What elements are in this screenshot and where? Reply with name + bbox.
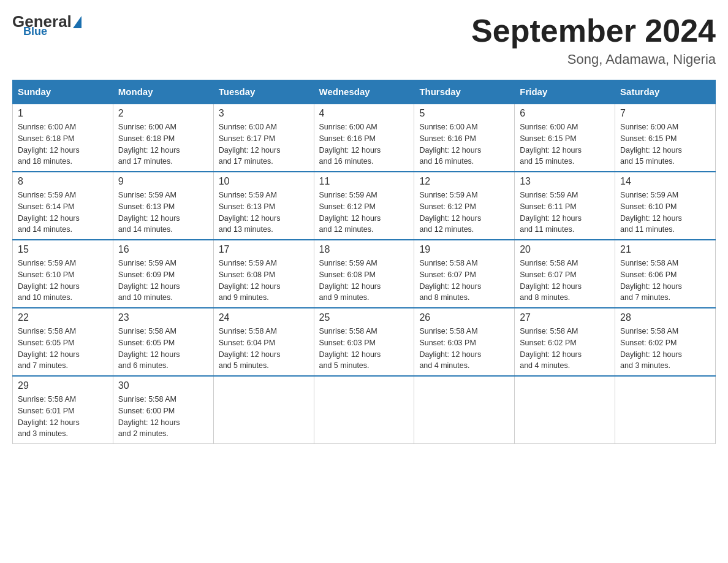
day-number: 5 <box>419 108 509 119</box>
day-number: 26 <box>419 312 509 323</box>
day-number: 16 <box>118 244 208 255</box>
calendar-cell: 16 Sunrise: 5:59 AM Sunset: 6:09 PM Dayl… <box>113 240 213 308</box>
day-info: Sunrise: 5:59 AM Sunset: 6:08 PM Dayligh… <box>219 258 309 304</box>
day-number: 21 <box>620 244 710 255</box>
week-row-2: 8 Sunrise: 5:59 AM Sunset: 6:14 PM Dayli… <box>13 172 716 240</box>
calendar-cell <box>314 376 414 444</box>
day-number: 27 <box>520 312 610 323</box>
day-info: Sunrise: 5:59 AM Sunset: 6:08 PM Dayligh… <box>319 258 409 304</box>
week-row-4: 22 Sunrise: 5:58 AM Sunset: 6:05 PM Dayl… <box>13 308 716 376</box>
calendar-cell <box>414 376 515 444</box>
day-info: Sunrise: 5:59 AM Sunset: 6:14 PM Dayligh… <box>18 190 108 236</box>
week-row-5: 29 Sunrise: 5:58 AM Sunset: 6:01 PM Dayl… <box>13 376 716 444</box>
title-block: September 2024 Song, Adamawa, Nigeria <box>471 12 716 67</box>
day-number: 3 <box>219 108 309 119</box>
day-number: 8 <box>18 176 108 187</box>
day-info: Sunrise: 5:58 AM Sunset: 6:04 PM Dayligh… <box>219 326 309 372</box>
page-header: General Blue September 2024 Song, Adamaw… <box>12 12 716 67</box>
day-number: 7 <box>620 108 710 119</box>
logo-triangle-icon <box>73 16 82 28</box>
day-number: 6 <box>520 108 610 119</box>
day-number: 22 <box>18 312 108 323</box>
day-info: Sunrise: 5:58 AM Sunset: 6:02 PM Dayligh… <box>520 326 610 372</box>
calendar-cell: 6 Sunrise: 6:00 AM Sunset: 6:15 PM Dayli… <box>515 104 615 172</box>
day-header-tuesday: Tuesday <box>213 80 314 104</box>
calendar-cell: 14 Sunrise: 5:59 AM Sunset: 6:10 PM Dayl… <box>615 172 716 240</box>
week-row-1: 1 Sunrise: 6:00 AM Sunset: 6:18 PM Dayli… <box>13 104 716 172</box>
calendar-cell: 27 Sunrise: 5:58 AM Sunset: 6:02 PM Dayl… <box>515 308 615 376</box>
day-number: 30 <box>118 380 208 391</box>
day-info: Sunrise: 5:59 AM Sunset: 6:12 PM Dayligh… <box>419 190 509 236</box>
day-number: 24 <box>219 312 309 323</box>
calendar-cell: 17 Sunrise: 5:59 AM Sunset: 6:08 PM Dayl… <box>213 240 314 308</box>
calendar-cell: 30 Sunrise: 5:58 AM Sunset: 6:00 PM Dayl… <box>113 376 213 444</box>
day-info: Sunrise: 5:59 AM Sunset: 6:11 PM Dayligh… <box>520 190 610 236</box>
calendar-cell: 7 Sunrise: 6:00 AM Sunset: 6:15 PM Dayli… <box>615 104 716 172</box>
location: Song, Adamawa, Nigeria <box>471 52 716 67</box>
day-header-wednesday: Wednesday <box>314 80 414 104</box>
day-header-monday: Monday <box>113 80 213 104</box>
calendar-cell: 12 Sunrise: 5:59 AM Sunset: 6:12 PM Dayl… <box>414 172 515 240</box>
calendar-cell: 13 Sunrise: 5:59 AM Sunset: 6:11 PM Dayl… <box>515 172 615 240</box>
day-info: Sunrise: 5:58 AM Sunset: 6:06 PM Dayligh… <box>620 258 710 304</box>
calendar-cell: 18 Sunrise: 5:59 AM Sunset: 6:08 PM Dayl… <box>314 240 414 308</box>
calendar-cell: 22 Sunrise: 5:58 AM Sunset: 6:05 PM Dayl… <box>13 308 113 376</box>
calendar-cell: 5 Sunrise: 6:00 AM Sunset: 6:16 PM Dayli… <box>414 104 515 172</box>
day-number: 20 <box>520 244 610 255</box>
day-header-friday: Friday <box>515 80 615 104</box>
calendar-cell: 20 Sunrise: 5:58 AM Sunset: 6:07 PM Dayl… <box>515 240 615 308</box>
day-number: 11 <box>319 176 409 187</box>
day-number: 9 <box>118 176 208 187</box>
day-info: Sunrise: 5:58 AM Sunset: 6:02 PM Dayligh… <box>620 326 710 372</box>
calendar-cell <box>615 376 716 444</box>
day-info: Sunrise: 5:59 AM Sunset: 6:13 PM Dayligh… <box>219 190 309 236</box>
day-number: 29 <box>18 380 108 391</box>
calendar-cell <box>213 376 314 444</box>
calendar-cell: 9 Sunrise: 5:59 AM Sunset: 6:13 PM Dayli… <box>113 172 213 240</box>
day-number: 17 <box>219 244 309 255</box>
day-info: Sunrise: 5:59 AM Sunset: 6:10 PM Dayligh… <box>620 190 710 236</box>
day-number: 15 <box>18 244 108 255</box>
day-header-thursday: Thursday <box>414 80 515 104</box>
logo-blue-text: Blue <box>23 25 47 38</box>
month-title: September 2024 <box>471 12 716 49</box>
day-info: Sunrise: 6:00 AM Sunset: 6:16 PM Dayligh… <box>319 121 409 167</box>
day-number: 1 <box>18 108 108 119</box>
day-info: Sunrise: 5:58 AM Sunset: 6:03 PM Dayligh… <box>419 326 509 372</box>
day-info: Sunrise: 5:58 AM Sunset: 6:03 PM Dayligh… <box>319 326 409 372</box>
day-info: Sunrise: 6:00 AM Sunset: 6:18 PM Dayligh… <box>18 121 108 167</box>
day-number: 13 <box>520 176 610 187</box>
calendar-cell: 21 Sunrise: 5:58 AM Sunset: 6:06 PM Dayl… <box>615 240 716 308</box>
calendar-cell: 25 Sunrise: 5:58 AM Sunset: 6:03 PM Dayl… <box>314 308 414 376</box>
day-info: Sunrise: 5:59 AM Sunset: 6:09 PM Dayligh… <box>118 258 208 304</box>
calendar-cell: 1 Sunrise: 6:00 AM Sunset: 6:18 PM Dayli… <box>13 104 113 172</box>
day-info: Sunrise: 5:58 AM Sunset: 6:07 PM Dayligh… <box>520 258 610 304</box>
day-info: Sunrise: 5:58 AM Sunset: 6:07 PM Dayligh… <box>419 258 509 304</box>
day-number: 2 <box>118 108 208 119</box>
day-number: 10 <box>219 176 309 187</box>
day-number: 12 <box>419 176 509 187</box>
day-info: Sunrise: 6:00 AM Sunset: 6:16 PM Dayligh… <box>419 121 509 167</box>
day-info: Sunrise: 5:59 AM Sunset: 6:13 PM Dayligh… <box>118 190 208 236</box>
days-header-row: SundayMondayTuesdayWednesdayThursdayFrid… <box>13 80 716 104</box>
week-row-3: 15 Sunrise: 5:59 AM Sunset: 6:10 PM Dayl… <box>13 240 716 308</box>
day-header-sunday: Sunday <box>13 80 113 104</box>
calendar-cell: 23 Sunrise: 5:58 AM Sunset: 6:05 PM Dayl… <box>113 308 213 376</box>
calendar-cell: 8 Sunrise: 5:59 AM Sunset: 6:14 PM Dayli… <box>13 172 113 240</box>
day-header-saturday: Saturday <box>615 80 716 104</box>
calendar-cell: 4 Sunrise: 6:00 AM Sunset: 6:16 PM Dayli… <box>314 104 414 172</box>
day-info: Sunrise: 5:58 AM Sunset: 6:01 PM Dayligh… <box>18 394 108 440</box>
day-info: Sunrise: 6:00 AM Sunset: 6:15 PM Dayligh… <box>520 121 610 167</box>
day-number: 4 <box>319 108 409 119</box>
day-number: 19 <box>419 244 509 255</box>
day-number: 23 <box>118 312 208 323</box>
calendar-cell: 11 Sunrise: 5:59 AM Sunset: 6:12 PM Dayl… <box>314 172 414 240</box>
day-info: Sunrise: 5:59 AM Sunset: 6:12 PM Dayligh… <box>319 190 409 236</box>
calendar-table: SundayMondayTuesdayWednesdayThursdayFrid… <box>12 80 716 444</box>
day-number: 18 <box>319 244 409 255</box>
calendar-cell: 3 Sunrise: 6:00 AM Sunset: 6:17 PM Dayli… <box>213 104 314 172</box>
day-info: Sunrise: 6:00 AM Sunset: 6:17 PM Dayligh… <box>219 121 309 167</box>
day-info: Sunrise: 5:58 AM Sunset: 6:05 PM Dayligh… <box>18 326 108 372</box>
calendar-cell: 29 Sunrise: 5:58 AM Sunset: 6:01 PM Dayl… <box>13 376 113 444</box>
calendar-cell: 19 Sunrise: 5:58 AM Sunset: 6:07 PM Dayl… <box>414 240 515 308</box>
